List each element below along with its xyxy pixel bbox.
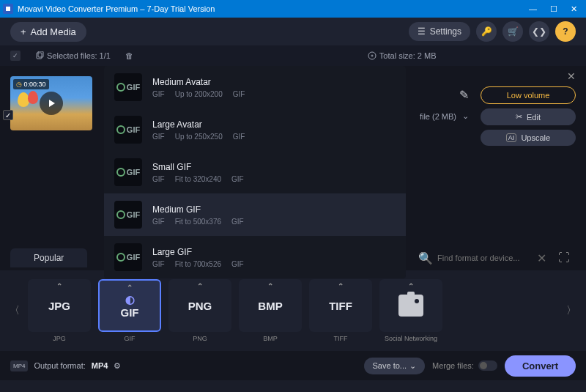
upscale-button[interactable]: AIUpscale — [481, 130, 576, 146]
share-button[interactable]: ❮❯ — [529, 21, 549, 42]
preset-medium-gif[interactable]: GIF Medium GIFGIFFit to 500x376GIF — [104, 193, 406, 236]
low-volume-button[interactable]: Low volume — [481, 86, 576, 104]
format-social[interactable]: ⌃Social Networking — [377, 279, 445, 342]
selected-files-text: Selected files: 1/1 — [47, 51, 111, 60]
output-format-label: Output format: — [34, 361, 85, 370]
gear-icon[interactable]: ⚙ — [114, 361, 121, 371]
scissors-icon: ✂ — [516, 112, 522, 122]
gif-icon: GIF — [114, 73, 142, 101]
main-toolbar: + Add Media ☰ Settings 🔑 🛒 ❮❯ ? — [0, 18, 586, 45]
settings-button[interactable]: ☰ Settings — [409, 22, 470, 41]
select-all-checkbox[interactable]: ✓ — [10, 51, 21, 61]
carousel-next[interactable]: 〉 — [563, 281, 580, 340]
cart-button[interactable]: 🛒 — [502, 21, 523, 42]
preset-large-gif[interactable]: GIF Large GIFGIFFit to 700x526GIF — [104, 236, 406, 278]
rename-icon[interactable]: ✎ — [459, 88, 469, 102]
window-titlebar: Movavi Video Converter Premium – 7-Day T… — [0, 0, 586, 18]
thumbnail-checkbox[interactable]: ✓ — [3, 110, 13, 120]
compress-row: file (2 MB) ⌄ — [420, 111, 469, 121]
ai-icon: AI — [506, 133, 517, 142]
expand-search-icon[interactable]: ⛶ — [558, 251, 570, 265]
help-button[interactable]: ? — [555, 21, 576, 42]
thumbnail-art — [28, 91, 38, 104]
preset-medium-avatar[interactable]: GIF Medium AvatarGIFUp to 200x200GIF — [104, 66, 406, 108]
tab-popular[interactable]: Popular — [10, 248, 87, 267]
format-gif[interactable]: ⌃◐GIFGIF — [95, 279, 164, 342]
total-size-text: Total size: 2 MB — [379, 51, 437, 60]
gif-icon: GIF — [114, 116, 142, 144]
svg-point-4 — [371, 55, 373, 56]
key-button[interactable]: 🔑 — [476, 21, 497, 42]
carousel-prev[interactable]: 〈 — [6, 281, 23, 340]
files-icon — [35, 51, 44, 60]
svg-rect-2 — [38, 51, 43, 57]
save-to-button[interactable]: Save to...⌄ — [364, 358, 425, 374]
format-search-input[interactable] — [437, 254, 533, 262]
disk-icon — [368, 51, 377, 60]
preset-dropdown: GIF Medium AvatarGIFUp to 200x200GIF GIF… — [104, 66, 406, 278]
add-media-button[interactable]: + Add Media — [10, 22, 86, 42]
format-jpg[interactable]: ⌃JPGJPG — [25, 279, 94, 342]
convert-button[interactable]: Convert — [505, 355, 576, 377]
chevron-down-icon[interactable]: ⌄ — [462, 111, 469, 121]
trash-icon[interactable]: 🗑 — [125, 51, 133, 60]
compress-text: file (2 MB) — [420, 112, 456, 121]
minimize-button[interactable]: — — [529, 4, 537, 14]
mp4-badge-icon: MP4 — [10, 360, 28, 371]
search-icon: 🔍 — [418, 251, 433, 265]
gif-icon: GIF — [114, 243, 142, 271]
thumbnail-duration: ◷ 0:00:30 — [13, 79, 49, 89]
chevron-up-icon: ⌃ — [56, 282, 62, 290]
video-thumbnail[interactable]: ◷ 0:00:30 — [10, 76, 92, 130]
chevron-down-icon: ⌄ — [409, 361, 416, 371]
gif-icon: GIF — [114, 158, 142, 186]
format-tiff[interactable]: ⌃TIFFTIFF — [306, 279, 375, 342]
bottom-bar: MP4 Output format: MP4 ⚙ Save to...⌄ Mer… — [0, 351, 586, 380]
format-bmp[interactable]: ⌃BMPBMP — [236, 279, 305, 342]
chevron-up-icon: ⌃ — [267, 282, 273, 290]
toggle-switch[interactable] — [478, 360, 497, 371]
chevron-up-icon: ⌃ — [338, 282, 344, 290]
output-format-value: MP4 — [92, 361, 108, 370]
camera-icon — [398, 295, 423, 317]
app-logo-icon — [3, 4, 13, 14]
menu-icon: ☰ — [418, 26, 426, 37]
plus-icon: + — [21, 26, 26, 37]
gif-icon: GIF — [114, 201, 142, 229]
preset-large-avatar[interactable]: GIF Large AvatarGIFUp to 250x250GIF — [104, 108, 406, 151]
svg-rect-1 — [37, 53, 42, 59]
merge-files-toggle[interactable]: Merge files: — [432, 360, 497, 371]
item-actions-panel: Low volume ✂Edit AIUpscale — [481, 73, 576, 146]
format-carousel: 〈 ⌃JPGJPG ⌃◐GIFGIF ⌃PNGPNG ⌃BMPBMP ⌃TIFF… — [0, 270, 586, 351]
format-png[interactable]: ⌃PNGPNG — [166, 279, 234, 342]
chevron-up-icon: ⌃ — [127, 284, 133, 292]
chevron-up-icon: ⌃ — [197, 282, 203, 290]
play-icon[interactable] — [40, 92, 63, 115]
svg-point-3 — [368, 52, 376, 59]
window-title: Movavi Video Converter Premium – 7-Day T… — [18, 4, 215, 13]
main-content-area: ◷ 0:00:30 ✓ ✎ file (2 MB) ⌄ ✕ Low volume… — [0, 66, 586, 245]
chevron-up-icon: ⌃ — [408, 282, 414, 290]
edit-button[interactable]: ✂Edit — [481, 108, 576, 125]
clear-search-icon[interactable]: ✕ — [537, 251, 546, 265]
format-search: 🔍 ✕ ⛶ — [412, 251, 576, 265]
close-button[interactable]: ✕ — [571, 4, 577, 14]
maximize-button[interactable]: ☐ — [550, 4, 557, 14]
info-bar: ✓ Selected files: 1/1 🗑 Total size: 2 MB — [0, 45, 586, 66]
preset-small-gif[interactable]: GIF Small GIFGIFFit to 320x240GIF — [104, 151, 406, 193]
